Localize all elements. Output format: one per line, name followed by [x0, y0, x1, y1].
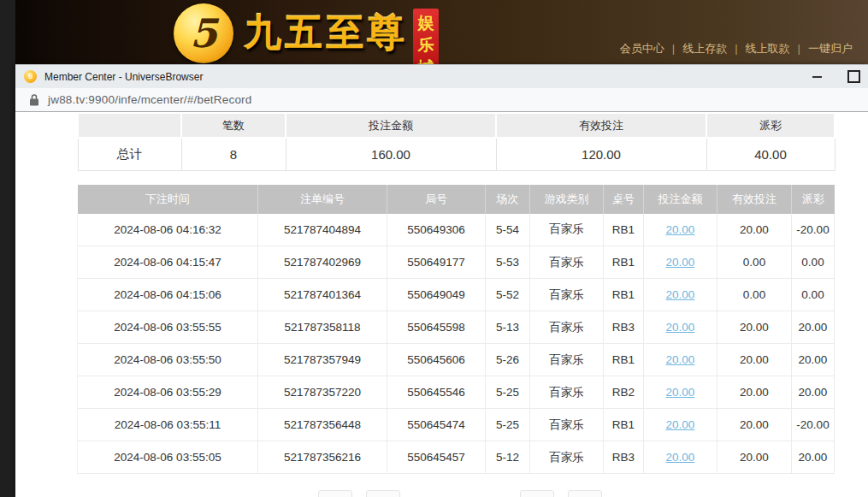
- nav-link-2[interactable]: 线上取款: [746, 42, 790, 55]
- url-text[interactable]: jw88.tv:9900/infe/mcenter/#/betRecord: [48, 93, 252, 106]
- summary-total-label: 总计: [78, 138, 181, 170]
- summary-table: 笔数投注金额有效投注派彩 总计 8 160.00 120.00 40.00: [77, 114, 836, 171]
- nav-link-0[interactable]: 会员中心: [620, 42, 664, 55]
- payout-cell: 0.00: [792, 279, 835, 311]
- payout-cell: 0.00: [792, 246, 835, 279]
- logo-vertical-banner: 娱乐城: [413, 9, 439, 68]
- summary-total-row: 总计 8 160.00 120.00 40.00: [78, 138, 835, 170]
- bet-col-header: 下注时间: [78, 185, 258, 214]
- top-nav: 会员中心|线上存款|线上取款|一键归户: [620, 41, 853, 56]
- game-type-cell: 百家乐: [530, 441, 604, 474]
- session-cell: 5-53: [486, 246, 530, 279]
- page-left-strip: [0, 0, 15, 497]
- session-cell: 5-54: [486, 214, 530, 246]
- site-logo[interactable]: 5 九五至尊 娱乐城: [174, 3, 439, 68]
- screen: 5 九五至尊 娱乐城 会员中心|线上存款|线上取款|一键归户 5 Member …: [0, 0, 868, 497]
- game-type-cell: 百家乐: [530, 409, 604, 441]
- summary-header-row: 笔数投注金额有效投注派彩: [78, 114, 835, 138]
- round-number-cell: 550645598: [387, 311, 486, 344]
- bet-time-cell: 2024-08-06 04:15:47: [78, 246, 258, 279]
- bet-row: 2024-08-06 04:15:06521787401364550649049…: [78, 279, 835, 311]
- window-title: Member Center - UniverseBrowser: [44, 71, 203, 83]
- bet-amount-cell: 20.00: [644, 441, 717, 474]
- bet-amount-link[interactable]: 20.00: [666, 418, 695, 431]
- game-type-cell: 百家乐: [530, 246, 604, 279]
- logo-title: 九五至尊: [244, 14, 408, 51]
- table-number-cell: RB3: [604, 441, 644, 474]
- valid-bet-cell: 20.00: [717, 214, 792, 246]
- payout-cell: -20.00: [792, 214, 835, 246]
- bet-amount-cell: 20.00: [644, 214, 717, 246]
- logo-badge-icon: 5: [174, 3, 233, 63]
- pagination-button-3[interactable]: [568, 490, 602, 497]
- payout-cell: 20.00: [792, 441, 835, 474]
- bet-amount-link[interactable]: 20.00: [666, 223, 695, 236]
- bet-number-cell: 521787401364: [258, 279, 387, 311]
- nav-link-3[interactable]: 一键归户: [808, 42, 853, 55]
- bet-amount-link[interactable]: 20.00: [666, 386, 695, 399]
- table-number-cell: RB1: [604, 409, 644, 441]
- valid-bet-cell: 20.00: [717, 409, 792, 441]
- game-type-cell: 百家乐: [530, 376, 604, 409]
- table-number-cell: RB2: [604, 376, 644, 409]
- bet-time-cell: 2024-08-06 03:55:50: [78, 344, 258, 376]
- table-number-cell: RB1: [604, 279, 644, 311]
- payout-cell: 20.00: [792, 344, 835, 376]
- bet-col-header: 有效投注: [717, 185, 792, 214]
- valid-bet-cell: 20.00: [717, 376, 792, 409]
- game-type-cell: 百家乐: [530, 279, 604, 311]
- bet-amount-cell: 20.00: [644, 376, 717, 409]
- session-cell: 5-25: [486, 409, 530, 441]
- bet-amount-link[interactable]: 20.00: [666, 451, 695, 464]
- window-titlebar: 5 Member Center - UniverseBrowser: [15, 64, 868, 88]
- session-cell: 5-26: [486, 344, 530, 376]
- session-cell: 5-12: [486, 441, 530, 474]
- summary-col-header: 有效投注: [496, 114, 706, 138]
- nav-link-1[interactable]: 线上存款: [682, 42, 727, 55]
- bet-number-cell: 521787357220: [258, 376, 387, 409]
- bet-col-header: 局号: [387, 185, 486, 214]
- round-number-cell: 550649177: [387, 246, 486, 279]
- bet-amount-link[interactable]: 20.00: [666, 256, 695, 269]
- bet-amount-link[interactable]: 20.00: [666, 288, 695, 301]
- payout-cell: 20.00: [792, 376, 835, 409]
- address-bar[interactable]: jw88.tv:9900/infe/mcenter/#/betRecord: [15, 88, 868, 112]
- pagination-button-2[interactable]: [520, 490, 554, 497]
- round-number-cell: 550645457: [387, 441, 486, 474]
- pagination-button-0[interactable]: [318, 490, 352, 497]
- table-number-cell: RB1: [604, 214, 644, 246]
- bet-row: 2024-08-06 04:15:47521787402969550649177…: [78, 246, 835, 279]
- bet-amount-cell: 20.00: [644, 279, 717, 311]
- valid-bet-cell: 20.00: [717, 311, 792, 344]
- bet-amount-link[interactable]: 20.00: [666, 353, 695, 366]
- summary-total-valid-bet: 120.00: [496, 138, 706, 170]
- round-number-cell: 550649049: [387, 279, 486, 311]
- minimize-icon: [812, 76, 822, 78]
- bet-row: 2024-08-06 03:55:11521787356448550645474…: [78, 409, 835, 441]
- game-type-cell: 百家乐: [530, 311, 604, 344]
- bet-number-cell: 521787402969: [258, 246, 387, 279]
- pagination-button-1[interactable]: [366, 490, 400, 497]
- bet-time-cell: 2024-08-06 03:55:11: [78, 409, 258, 441]
- game-type-cell: 百家乐: [530, 214, 604, 246]
- round-number-cell: 550649306: [387, 214, 486, 246]
- minimize-button[interactable]: [810, 70, 824, 84]
- session-cell: 5-25: [486, 376, 530, 409]
- bet-time-cell: 2024-08-06 03:55:05: [78, 441, 258, 474]
- maximize-button[interactable]: [847, 70, 860, 83]
- nav-separator: |: [672, 42, 675, 55]
- bet-amount-cell: 20.00: [644, 344, 717, 376]
- bet-number-cell: 521787357949: [258, 344, 387, 376]
- site-banner: 5 九五至尊 娱乐城 会员中心|线上存款|线上取款|一键归户: [0, 0, 868, 64]
- game-type-cell: 百家乐: [530, 344, 604, 376]
- bet-col-header: 游戏类别: [530, 185, 604, 214]
- page-content: 笔数投注金额有效投注派彩 总计 8 160.00 120.00 40.00 下注…: [15, 112, 868, 497]
- bet-amount-link[interactable]: 20.00: [666, 321, 695, 334]
- bet-col-header: 注单编号: [258, 185, 387, 214]
- valid-bet-cell: 0.00: [717, 279, 792, 311]
- bet-record-table: 下注时间注单编号局号场次游戏类别桌号投注金额有效投注派彩 2024-08-06 …: [77, 185, 835, 475]
- summary-total-bet-amount: 160.00: [286, 138, 496, 170]
- browser-window: 5 Member Center - UniverseBrowser jw88.t…: [15, 64, 868, 497]
- bet-col-header: 桌号: [604, 185, 644, 214]
- table-number-cell: RB3: [604, 311, 644, 344]
